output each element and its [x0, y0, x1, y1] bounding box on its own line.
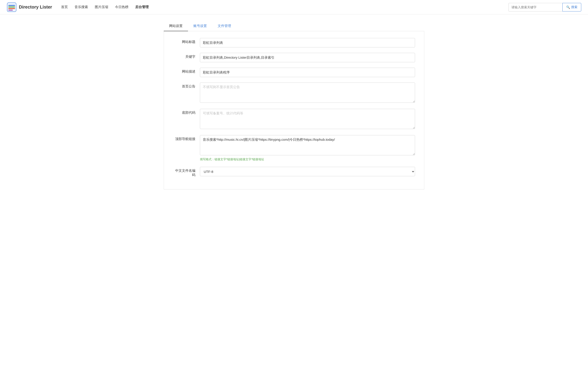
tabs: 网站设置 账号设置 文件管理: [164, 21, 424, 31]
logo-text: Directory Lister: [19, 4, 52, 10]
label-site-title: 网站标题: [173, 38, 200, 44]
nav-hot-today[interactable]: 今日热榜: [115, 5, 128, 9]
tab-account-settings[interactable]: 账号设置: [188, 21, 212, 31]
field-footer-code: 底部代码: [173, 109, 415, 130]
search-button[interactable]: 🔍 搜索: [562, 3, 581, 11]
field-top-nav-links: 顶部导航链接 音乐搜索*http://music.hi.cn/|图片压缩*htt…: [173, 135, 415, 161]
form-container: 网站标题 关键字 网站描述 首页公告 底: [164, 31, 424, 190]
nav-image-compress[interactable]: 图片压缩: [95, 5, 108, 9]
svg-rect-3: [8, 8, 15, 9]
svg-rect-1: [8, 5, 15, 6]
search-icon: 🔍: [566, 5, 570, 9]
input-site-description[interactable]: [200, 68, 415, 77]
logo-icon: [7, 2, 17, 12]
search-input[interactable]: [508, 3, 562, 11]
nav-admin[interactable]: 后台管理: [135, 5, 149, 9]
nav-home[interactable]: 首页: [61, 5, 68, 9]
top-nav-links-hint: 填写格式：链接文字*链接地址|链接文字*链接地址: [200, 157, 415, 161]
label-home-announcement: 首页公告: [173, 83, 200, 89]
select-encoding[interactable]: UTF-8 GBK: [200, 167, 415, 176]
tab-site-settings[interactable]: 网站设置: [164, 21, 188, 31]
field-home-announcement: 首页公告: [173, 83, 415, 103]
textarea-footer-code[interactable]: [200, 109, 415, 129]
field-keywords: 关键字: [173, 53, 415, 62]
header: Directory Lister 首页 音乐搜索 图片压缩 今日热榜 后台管理 …: [0, 0, 588, 14]
input-keywords[interactable]: [200, 53, 415, 62]
field-site-title: 网站标题: [173, 38, 415, 47]
input-site-title[interactable]: [200, 38, 415, 47]
svg-rect-4: [8, 10, 13, 10]
field-encoding: 中文文件名编码 UTF-8 GBK: [173, 167, 415, 177]
label-keywords: 关键字: [173, 53, 200, 59]
nav-music-search[interactable]: 音乐搜索: [75, 5, 88, 9]
search-button-label: 搜索: [571, 5, 578, 9]
textarea-top-nav-links[interactable]: 音乐搜索*http://music.hi.cn/|图片压缩*https://ti…: [200, 135, 415, 155]
label-top-nav-links: 顶部导航链接: [173, 135, 200, 141]
textarea-home-announcement[interactable]: [200, 83, 415, 103]
search-area: 🔍 搜索: [508, 3, 581, 11]
logo[interactable]: Directory Lister: [7, 2, 52, 12]
tab-file-management[interactable]: 文件管理: [212, 21, 237, 31]
label-site-description: 网站描述: [173, 68, 200, 74]
svg-rect-2: [8, 7, 15, 7]
main-content: 网站设置 账号设置 文件管理 网站标题 关键字 网站描述 首: [159, 14, 429, 196]
nav-links: 首页 音乐搜索 图片压缩 今日热榜 后台管理: [61, 5, 508, 9]
label-footer-code: 底部代码: [173, 109, 200, 115]
field-site-description: 网站描述: [173, 68, 415, 77]
label-encoding: 中文文件名编码: [173, 167, 200, 177]
